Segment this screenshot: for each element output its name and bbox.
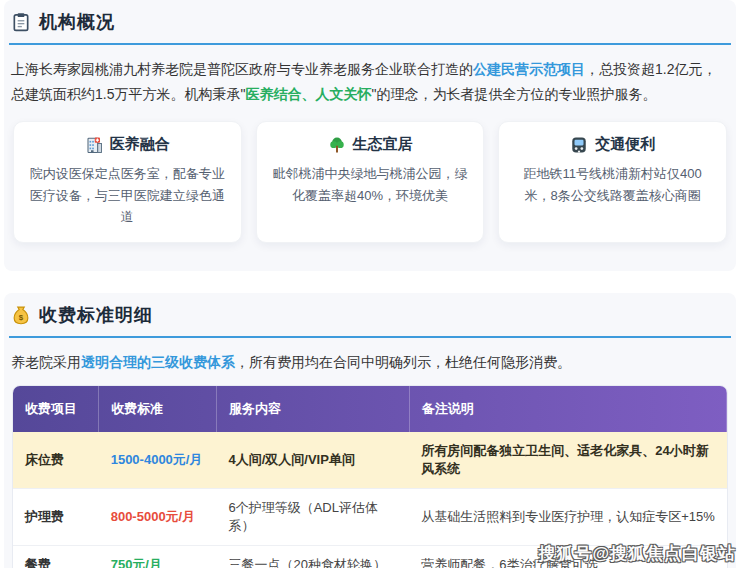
col-header-note: 备注说明 xyxy=(409,386,727,432)
clipboard-icon xyxy=(11,12,31,32)
fees-intro-text: 养老院采用 xyxy=(11,354,81,370)
fees-intro-text: ，所有费用均在合同中明确列示，杜绝任何隐形消费。 xyxy=(235,354,571,370)
section-fees: $ 收费标准明细 养老院采用透明合理的三级收费体系，所有费用均在合同中明确列示，… xyxy=(4,293,736,568)
feature-card-eco: 生态宜居 毗邻桃浦中央绿地与桃浦公园，绿化覆盖率超40%，环境优美 xyxy=(256,121,485,242)
card-desc: 毗邻桃浦中央绿地与桃浦公园，绿化覆盖率超40%，环境优美 xyxy=(269,163,472,206)
metro-icon xyxy=(570,136,588,154)
overview-intro-text: 上海长寿家园桃浦九村养老院是普陀区政府与专业养老服务企业联合打造的 xyxy=(11,61,473,77)
card-desc: 距地铁11号线桃浦新村站仅400米，8条公交线路覆盖核心商圈 xyxy=(511,163,714,206)
col-header-item: 收费项目 xyxy=(13,386,99,432)
overview-intro-link: 公建民营示范项目 xyxy=(473,61,585,77)
fees-table: 收费项目 收费标准 服务内容 备注说明 床位费 1500-4000元/月 4人间… xyxy=(13,386,727,568)
hospital-icon xyxy=(85,136,103,154)
card-title-row: 医养融合 xyxy=(26,135,229,154)
fees-table-head: 收费项目 收费标准 服务内容 备注说明 xyxy=(13,386,727,432)
fee-price: 750元/月 xyxy=(99,545,217,568)
fees-title: 收费标准明细 xyxy=(39,303,153,327)
card-title-row: 交通便利 xyxy=(511,135,714,154)
col-header-service: 服务内容 xyxy=(216,386,409,432)
section-overview: 机构概况 上海长寿家园桃浦九村养老院是普陀区政府与专业养老服务企业联合打造的公建… xyxy=(4,0,736,271)
col-header-price: 收费标准 xyxy=(99,386,217,432)
feature-card-transport: 交通便利 距地铁11号线桃浦新村站仅400米，8条公交线路覆盖核心商圈 xyxy=(498,121,727,242)
article-page: 机构概况 上海长寿家园桃浦九村养老院是普陀区政府与专业养老服务企业联合打造的公建… xyxy=(0,0,740,568)
watermark: 搜狐号@搜狐焦点白银站 xyxy=(538,542,736,565)
fee-item: 餐费 xyxy=(13,545,99,568)
card-title: 交通便利 xyxy=(595,135,655,154)
fee-row-care: 护理费 800-5000元/月 6个护理等级（ADL评估体系） 从基础生活照料到… xyxy=(13,488,727,545)
svg-text:$: $ xyxy=(19,312,24,321)
fee-price: 800-5000元/月 xyxy=(99,488,217,545)
card-desc: 院内设医保定点医务室，配备专业医疗设备，与三甲医院建立绿色通道 xyxy=(26,163,229,227)
moneybag-icon: $ xyxy=(11,305,31,325)
fee-note: 从基础生活照料到专业医疗护理，认知症专区+15% xyxy=(409,488,727,545)
tree-icon xyxy=(328,136,346,154)
overview-intro-text: "的理念，为长者提供全方位的专业照护服务。 xyxy=(371,86,656,102)
overview-title: 机构概况 xyxy=(39,10,115,34)
fee-item: 床位费 xyxy=(13,432,99,489)
overview-intro: 上海长寿家园桃浦九村养老院是普陀区政府与专业养老服务企业联合打造的公建民营示范项… xyxy=(11,57,729,107)
card-title: 生态宜居 xyxy=(353,135,413,154)
feature-card-medical: 医养融合 院内设医保定点医务室，配备专业医疗设备，与三甲医院建立绿色通道 xyxy=(13,121,242,242)
feature-cards: 医养融合 院内设医保定点医务室，配备专业医疗设备，与三甲医院建立绿色通道 生态宜… xyxy=(13,121,727,242)
fee-note: 所有房间配备独立卫生间、适老化家具、24小时新风系统 xyxy=(409,432,727,489)
fees-header: $ 收费标准明细 xyxy=(9,299,731,338)
fees-intro: 养老院采用透明合理的三级收费体系，所有费用均在合同中明确列示，杜绝任何隐形消费。 xyxy=(11,350,729,375)
overview-header: 机构概况 xyxy=(9,6,731,45)
fee-item: 护理费 xyxy=(13,488,99,545)
overview-intro-highlight: 医养结合、人文关怀 xyxy=(245,86,371,102)
fee-row-bed: 床位费 1500-4000元/月 4人间/双人间/VIP单间 所有房间配备独立卫… xyxy=(13,432,727,489)
card-title: 医养融合 xyxy=(110,135,170,154)
fees-intro-link: 透明合理的三级收费体系 xyxy=(81,354,235,370)
fee-service: 6个护理等级（ADL评估体系） xyxy=(216,488,409,545)
fee-price: 1500-4000元/月 xyxy=(99,432,217,489)
card-title-row: 生态宜居 xyxy=(269,135,472,154)
fee-service: 三餐一点（20种食材轮换） xyxy=(216,545,409,568)
fee-service: 4人间/双人间/VIP单间 xyxy=(216,432,409,489)
fees-table-card: 收费项目 收费标准 服务内容 备注说明 床位费 1500-4000元/月 4人间… xyxy=(12,385,728,568)
